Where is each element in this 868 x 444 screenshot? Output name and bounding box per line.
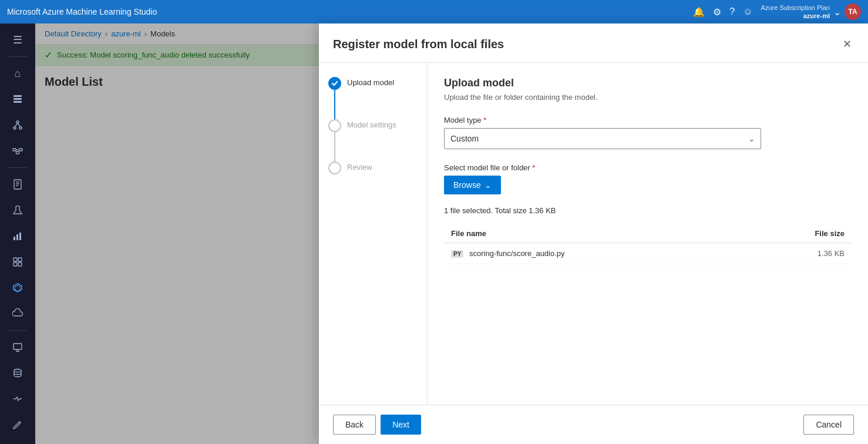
cancel-button[interactable]: Cancel (803, 415, 854, 435)
topbar-left: Microsoft Azure Machine Learning Studio (7, 7, 157, 16)
step-circle-upload (328, 77, 341, 90)
content-title: Upload model (444, 77, 852, 89)
required-indicator: * (483, 116, 486, 125)
avatar[interactable]: TA (845, 4, 861, 20)
step-circle-review (328, 162, 341, 174)
svg-rect-24 (18, 263, 22, 266)
compute-icon[interactable] (6, 335, 29, 359)
models-icon[interactable] (6, 276, 29, 300)
browse-label: Browse (453, 180, 481, 190)
modal-body: Upload model Model settings Review (319, 63, 868, 405)
back-button[interactable]: Back (333, 415, 376, 435)
footer-left: Back Next (333, 415, 421, 435)
model-type-label: Model type * (444, 116, 852, 125)
sidebar: ☰ ⌂ (0, 23, 35, 444)
svg-point-5 (19, 127, 22, 129)
designer-icon[interactable] (6, 139, 29, 163)
table-row: PY scoring-func/score_audio.py 1.36 KB (444, 243, 852, 264)
topbar: Microsoft Azure Machine Learning Studio … (0, 0, 868, 23)
pipeline3-icon[interactable] (6, 387, 29, 411)
col-filename: File name (444, 224, 748, 243)
modal-header: Register model from local files ✕ (319, 23, 868, 63)
step-label-settings: Model settings (347, 119, 396, 129)
svg-marker-25 (14, 284, 22, 292)
svg-marker-26 (15, 285, 20, 291)
svg-rect-27 (14, 344, 22, 349)
experiments-icon[interactable] (6, 199, 29, 222)
home-icon[interactable]: ⌂ (6, 62, 29, 85)
help-icon[interactable]: ? (729, 6, 735, 17)
svg-rect-9 (19, 149, 22, 151)
file-size-cell: 1.36 KB (748, 243, 852, 264)
edit-icon[interactable] (6, 413, 29, 436)
file-name-cell: PY scoring-func/score_audio.py (444, 243, 748, 264)
close-icon[interactable]: ✕ (840, 35, 854, 53)
svg-rect-19 (16, 234, 18, 240)
file-name: scoring-func/score_audio.py (469, 249, 565, 258)
step-review[interactable]: Review (328, 162, 418, 174)
file-summary: 1 file selected. Total size 1.36 KB (444, 206, 852, 215)
modal-title: Register model from local files (333, 38, 504, 51)
svg-rect-13 (14, 180, 21, 189)
svg-rect-23 (14, 263, 17, 266)
svg-point-3 (16, 121, 19, 123)
account-info: Azure Subscription Plan azure-ml (761, 4, 830, 21)
svg-rect-18 (14, 237, 15, 240)
svg-rect-20 (19, 233, 21, 240)
svg-rect-22 (18, 258, 22, 261)
svg-rect-2 (14, 101, 22, 103)
content-panel: Upload model Upload the file or folder c… (428, 63, 868, 405)
jobs-icon[interactable] (6, 88, 29, 111)
bell-icon[interactable]: 🔔 (693, 6, 705, 18)
svg-line-6 (15, 123, 18, 127)
chevron-down-icon[interactable]: ⌄ (833, 6, 841, 18)
user-icon[interactable]: ☺ (743, 6, 752, 17)
sidebar-divider (9, 56, 26, 57)
step-label-upload: Upload model (347, 77, 394, 87)
topbar-user[interactable]: Azure Subscription Plan azure-ml ⌄ TA (761, 4, 861, 21)
model-type-select-wrapper: Custom MLflow Triton Unspecified ⌄ (444, 128, 761, 149)
main-content: Default Directory › azure-ml › Models ✓ … (35, 23, 868, 444)
data-icon[interactable] (6, 361, 29, 385)
col-filesize: File size (748, 224, 852, 243)
next-button[interactable]: Next (381, 415, 421, 435)
main-layout: ☰ ⌂ (0, 23, 868, 444)
required-indicator2: * (532, 163, 535, 172)
endpoints-icon[interactable] (6, 250, 29, 274)
hamburger-icon[interactable]: ☰ (6, 28, 29, 52)
svg-point-4 (14, 127, 16, 129)
svg-rect-0 (14, 95, 22, 97)
content-subtitle: Upload the file or folder containing the… (444, 93, 852, 102)
cloud-icon[interactable] (6, 302, 29, 325)
svg-point-30 (14, 369, 21, 372)
svg-rect-21 (14, 258, 17, 261)
file-type-badge: PY (451, 250, 463, 258)
steps-panel: Upload model Model settings Review (319, 63, 428, 405)
svg-rect-1 (14, 98, 22, 100)
model-type-select[interactable]: Custom MLflow Triton Unspecified (444, 128, 761, 149)
step-model-settings[interactable]: Model settings (328, 119, 418, 162)
file-table: File name File size PY scoring-func/scor… (444, 224, 852, 264)
svg-line-7 (18, 123, 21, 127)
browse-button[interactable]: Browse ⌄ (444, 176, 501, 194)
step-circle-settings (328, 119, 341, 132)
register-model-modal: Register model from local files ✕ (319, 23, 868, 444)
browse-chevron-icon: ⌄ (485, 180, 492, 190)
charts-icon[interactable] (6, 224, 29, 248)
settings-icon[interactable]: ⚙ (713, 6, 721, 18)
svg-rect-8 (13, 149, 16, 151)
select-model-label: Select model file or folder * (444, 163, 852, 172)
step-upload-model[interactable]: Upload model (328, 77, 418, 119)
sidebar-divider3 (9, 330, 26, 331)
sidebar-divider2 (9, 167, 26, 168)
modal-footer: Back Next Cancel (319, 405, 868, 444)
app-title: Microsoft Azure Machine Learning Studio (7, 7, 157, 16)
notebook-icon[interactable] (6, 173, 29, 196)
svg-rect-10 (16, 152, 19, 154)
step-label-review: Review (347, 162, 372, 171)
topbar-right: 🔔 ⚙ ? ☺ Azure Subscription Plan azure-ml… (693, 4, 861, 21)
pipelines-icon[interactable] (6, 113, 29, 137)
